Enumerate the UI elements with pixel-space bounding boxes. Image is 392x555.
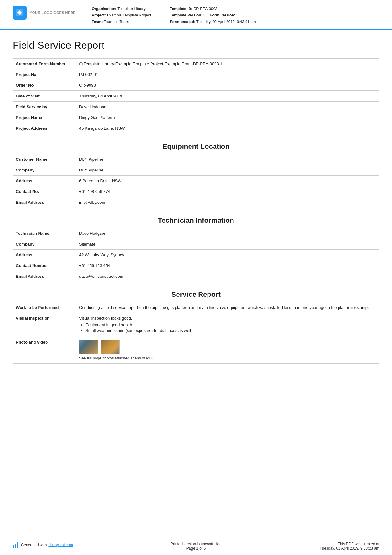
pdf-created-label: This PDF was created at (257, 542, 379, 546)
table-row: Project Name Dingy Gas Platform (13, 112, 379, 123)
customer-name-value: DBY Pipeline (76, 154, 379, 165)
email-address-value: info@dby.com (76, 197, 379, 208)
field-service-by-label: Field Service by (13, 102, 76, 112)
form-created-value: Tuesday, 02 April 2019, 9:43:01 am (196, 20, 256, 24)
table-row: Company DBY Pipeline (13, 165, 379, 176)
work-to-be-performed-label: Work to be Performed (13, 302, 76, 313)
project-no-value: PJ-002-01 (76, 69, 379, 80)
dashpivot-icon (13, 542, 19, 548)
contact-number-label: Contact Number (13, 260, 76, 271)
footer-logo-row: Generated with dashpivot.com (13, 542, 135, 548)
address-value: 6 Peterson Drive, NSW (76, 176, 379, 186)
svg-point-1 (18, 11, 21, 14)
tech-address-value: 42 Wallaby Way, Sydney (76, 250, 379, 260)
main-content: Field Service Report Automated Form Numb… (0, 30, 392, 398)
project-label: Project: (92, 13, 106, 17)
technician-info-table: Technician Name Dave Hodgson Company Sit… (13, 228, 379, 282)
form-created-label: Form created: (170, 20, 195, 24)
template-id-value: DP-PEA-0003 (194, 7, 217, 11)
table-row: Address 6 Peterson Drive, NSW (13, 176, 379, 186)
tech-company-value: Sitemate (76, 239, 379, 250)
svg-rect-4 (17, 542, 18, 548)
project-address-label: Project Address (13, 123, 76, 134)
project-value: Example Template Project (107, 13, 151, 17)
email-address-label: Email Address (13, 197, 76, 208)
service-report-table: Work to be Performed Conducting a field … (13, 302, 379, 364)
project-address-value: 45 Kangaroo Lane, NSW (76, 123, 379, 134)
tech-company-label: Company (13, 239, 76, 250)
org-label: Organisation: (92, 7, 116, 11)
svg-rect-3 (15, 544, 16, 548)
dashpivot-link[interactable]: dashpivot.com (48, 543, 73, 547)
logo-text: YOUR LOGO GOES HERE (30, 11, 76, 15)
table-row: Order No. OR-9098 (13, 80, 379, 91)
footer-col-right: This PDF was created at Tuesday, 02 Apri… (257, 542, 379, 551)
page-header: YOUR LOGO GOES HERE Organisation: Templa… (0, 0, 392, 30)
customer-name-label: Customer Name (13, 154, 76, 165)
form-version-value: 3 (236, 13, 239, 17)
photo-container (79, 340, 376, 354)
photo-video-label: Photo and video (13, 337, 76, 364)
service-report-heading: Service Report (13, 285, 379, 302)
generated-with-text: Generated with (21, 543, 47, 547)
company-label: Company (13, 165, 76, 176)
table-row: Contact No. +61 498 056 774 (13, 186, 379, 197)
automated-form-number-label: Automated Form Number (13, 59, 76, 69)
table-row: Email Address info@dby.com (13, 197, 379, 208)
footer-col-left: Generated with dashpivot.com (13, 542, 135, 549)
team-label: Team: (92, 20, 103, 24)
table-row: Address 42 Wallaby Way, Sydney (13, 250, 379, 260)
list-item: Equipment in good health (85, 322, 376, 327)
table-row: Contact Number +61 456 123 454 (13, 260, 379, 271)
header-meta: Organisation: Template Library Project: … (92, 6, 379, 25)
visual-inspection-list: Equipment in good health Small weather i… (85, 322, 376, 333)
logo-icon (13, 6, 27, 20)
table-row: Customer Name DBY Pipeline (13, 154, 379, 165)
photo-thumbnail-1 (79, 340, 98, 354)
tech-address-label: Address (13, 250, 76, 260)
table-row: Project No. PJ-002-01 (13, 69, 379, 80)
project-no-label: Project No. (13, 69, 76, 80)
date-of-visit-label: Date of Visit (13, 91, 76, 102)
tech-email-label: Email Address (13, 271, 76, 282)
table-row: Field Service by Dave Hodgson (13, 102, 379, 112)
team-value: Example Team (104, 20, 129, 24)
template-version-label: Template Version: (170, 13, 202, 17)
technician-info-heading: Technician Information (13, 211, 379, 228)
contact-no-value: +61 498 056 774 (76, 186, 379, 197)
template-id-label: Template ID: (170, 7, 192, 11)
address-label: Address (13, 176, 76, 186)
table-row: Email Address dave@smconstruct.com (13, 271, 379, 282)
tech-email-value: dave@smconstruct.com (76, 271, 379, 282)
technician-name-value: Dave Hodgson (76, 228, 379, 239)
template-version-value: 3 (203, 13, 206, 17)
visual-inspection-text: Visual inspection looks good. (79, 316, 132, 321)
work-to-be-performed-value: Conducting a field service report on the… (76, 302, 379, 313)
pdf-created-value: Tuesday, 02 April 2019, 9:53:23 am (257, 546, 379, 551)
order-no-label: Order No. (13, 80, 76, 91)
equipment-location-table: Customer Name DBY Pipeline Company DBY P… (13, 154, 379, 208)
page-info: Page 1 of 5 (135, 546, 257, 551)
visual-inspection-label: Visual Inspection (13, 313, 76, 337)
visual-inspection-cell: Visual inspection looks good. Equipment … (76, 313, 379, 337)
table-row: Automated Form Number ⬡ Template Library… (13, 59, 379, 69)
contact-number-value: +61 456 123 454 (76, 260, 379, 271)
basic-info-table: Automated Form Number ⬡ Template Library… (13, 58, 379, 134)
header-col-left: Organisation: Template Library Project: … (92, 6, 151, 25)
page-title: Field Service Report (13, 40, 379, 51)
date-of-visit-value: Thursday, 04 April 2019 (76, 91, 379, 102)
photo-thumbnail-2 (101, 340, 120, 354)
order-no-value: OR-9098 (76, 80, 379, 91)
field-service-by-value: Dave Hodgson (76, 102, 379, 112)
project-name-value: Dingy Gas Platform (76, 112, 379, 123)
automated-form-number-value: ⬡ Template Library-Example Template Proj… (76, 59, 379, 69)
form-version-label: Form Version: (210, 13, 235, 17)
table-row: Company Sitemate (13, 239, 379, 250)
technician-name-label: Technician Name (13, 228, 76, 239)
table-row: Project Address 45 Kangaroo Lane, NSW (13, 123, 379, 134)
contact-no-label: Contact No. (13, 186, 76, 197)
project-name-label: Project Name (13, 112, 76, 123)
header-col-right: Template ID: DP-PEA-0003 Template Versio… (170, 6, 256, 25)
list-item: Small weather issues (sun exposure) for … (85, 328, 376, 333)
equipment-location-heading: Equipment Location (13, 137, 379, 154)
